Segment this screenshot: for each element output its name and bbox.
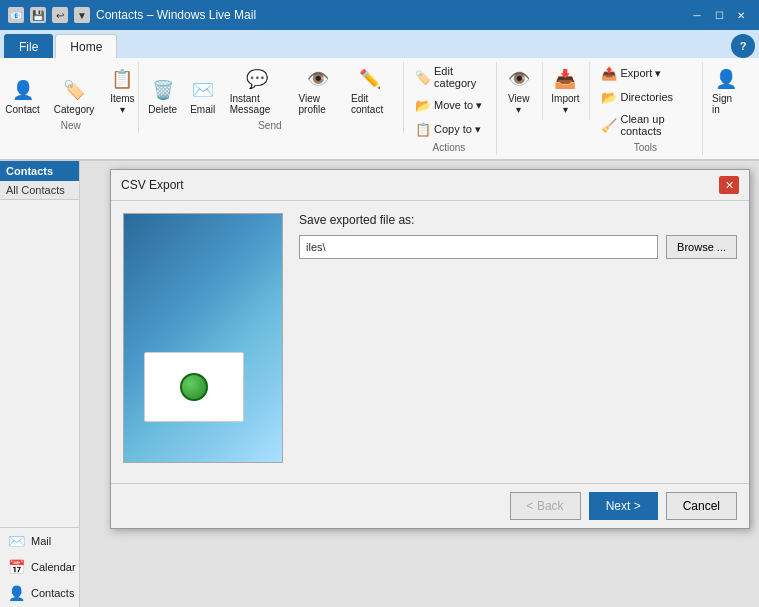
- ribbon-group-signin: 👤 Sign in: [705, 62, 751, 120]
- ribbon-group-send: 🗑️ Delete ✉️ Email 💬 Instant Message 👁️ …: [141, 62, 404, 133]
- ribbon-new-buttons: 👤 Contact 🏷️ Category 📋 Items ▾: [0, 62, 141, 118]
- sidebar-calendar-label: Calendar: [31, 561, 76, 573]
- ribbon-group-actions: 🏷️ Edit category 📂 Move to ▾ 📋 Copy to ▾…: [406, 62, 497, 155]
- cleanup-icon: 🧹: [601, 117, 617, 133]
- view-profile-button[interactable]: 👁️ View profile: [293, 62, 341, 118]
- view-button[interactable]: 👁️ View ▾: [500, 62, 538, 118]
- export-icon: 📤: [601, 65, 617, 81]
- edit-contact-icon: ✏️: [356, 65, 384, 93]
- cleanup-button[interactable]: 🧹 Clean up contacts: [596, 110, 694, 140]
- instant-message-button[interactable]: 💬 Instant Message: [225, 62, 290, 118]
- tools-group-label: Tools: [634, 142, 657, 153]
- cancel-button[interactable]: Cancel: [666, 492, 737, 520]
- window-title: Contacts – Windows Live Mail: [96, 8, 256, 22]
- calendar-icon: 📅: [8, 559, 25, 575]
- file-field-row: Browse ...: [299, 235, 737, 259]
- ribbon-group-view: 👁️ View ▾: [499, 62, 544, 120]
- dialog-title: CSV Export: [121, 178, 184, 192]
- dialog-title-bar: CSV Export ✕: [111, 170, 749, 201]
- contact-icon: 👤: [9, 76, 37, 104]
- edit-category-icon: 🏷️: [415, 69, 431, 85]
- window-controls[interactable]: ─ ☐ ✕: [687, 7, 751, 23]
- ribbon-group-import: 📥 Import ▾: [545, 62, 590, 120]
- close-button[interactable]: ✕: [731, 7, 751, 23]
- sidebar-item-contacts[interactable]: 👤 Contacts: [0, 580, 79, 606]
- ribbon-body: 👤 Contact 🏷️ Category 📋 Items ▾ New 🗑️: [0, 58, 759, 160]
- items-button[interactable]: 📋 Items ▾: [103, 62, 141, 118]
- sidebar-contacts-label: Contacts: [31, 587, 74, 599]
- signin-button[interactable]: 👤 Sign in: [707, 62, 745, 118]
- edit-contact-button[interactable]: ✏️ Edit contact: [346, 62, 395, 118]
- ribbon-send-buttons: 🗑️ Delete ✉️ Email 💬 Instant Message 👁️ …: [145, 62, 395, 118]
- dialog-image: [123, 213, 283, 463]
- send-group-label: Send: [258, 120, 281, 131]
- move-to-button[interactable]: 📂 Move to ▾: [410, 94, 488, 116]
- sidebar-item-mail[interactable]: ✉️ Mail: [0, 528, 79, 554]
- app-body: Contacts All Contacts ✉️ Mail 📅 Calendar…: [0, 161, 759, 607]
- csv-export-dialog: CSV Export ✕ Save exported file as:: [110, 169, 750, 529]
- dialog-image-card: [144, 352, 244, 422]
- instant-message-icon: 💬: [243, 65, 271, 93]
- email-icon: ✉️: [189, 76, 217, 104]
- next-button[interactable]: Next >: [589, 492, 658, 520]
- file-label: Save exported file as:: [299, 213, 737, 227]
- copy-to-icon: 📋: [415, 121, 431, 137]
- contacts-icon: 👤: [8, 585, 25, 601]
- view-icon: 👁️: [505, 65, 533, 93]
- sidebar-mail-label: Mail: [31, 535, 51, 547]
- title-bar: 📧 💾 ↩ ▼ Contacts – Windows Live Mail ─ ☐…: [0, 0, 759, 30]
- sidebar-subtitle: All Contacts: [0, 181, 79, 200]
- dialog-right: Save exported file as: Browse ...: [299, 213, 737, 471]
- edit-category-button[interactable]: 🏷️ Edit category: [410, 62, 488, 92]
- ribbon-actions-col: 🏷️ Edit category 📂 Move to ▾ 📋 Copy to ▾: [410, 62, 488, 140]
- ribbon-tabs: File Home ?: [0, 30, 759, 58]
- move-to-icon: 📂: [415, 97, 431, 113]
- quick-access-icon[interactable]: ▼: [74, 7, 90, 23]
- tab-file[interactable]: File: [4, 34, 53, 58]
- delete-icon: 🗑️: [149, 76, 177, 104]
- dialog-close-button[interactable]: ✕: [719, 176, 739, 194]
- dialog-overlay: CSV Export ✕ Save exported file as:: [80, 161, 759, 607]
- sidebar-title: Contacts: [0, 161, 79, 181]
- directories-icon: 📂: [601, 89, 617, 105]
- title-bar-left: 📧 💾 ↩ ▼ Contacts – Windows Live Mail: [8, 7, 256, 23]
- view-profile-icon: 👁️: [304, 65, 332, 93]
- undo-icon[interactable]: ↩: [52, 7, 68, 23]
- browse-button[interactable]: Browse ...: [666, 235, 737, 259]
- category-button[interactable]: 🏷️ Category: [49, 73, 100, 118]
- ribbon-tools-col: 📤 Export ▾ 📂 Directories 🧹 Clean up cont…: [596, 62, 694, 140]
- sidebar-item-calendar[interactable]: 📅 Calendar: [0, 554, 79, 580]
- dialog-footer: < Back Next > Cancel: [111, 483, 749, 528]
- maximize-button[interactable]: ☐: [709, 7, 729, 23]
- new-group-label: New: [61, 120, 81, 131]
- save-icon[interactable]: 💾: [30, 7, 46, 23]
- tab-home[interactable]: Home: [55, 34, 117, 58]
- actions-group-label: Actions: [433, 142, 466, 153]
- import-button[interactable]: 📥 Import ▾: [546, 62, 584, 118]
- help-button[interactable]: ?: [731, 34, 755, 58]
- items-icon: 📋: [108, 65, 136, 93]
- file-path-input[interactable]: [299, 235, 658, 259]
- export-button[interactable]: 📤 Export ▾: [596, 62, 694, 84]
- ribbon-group-new: 👤 Contact 🏷️ Category 📋 Items ▾ New: [8, 62, 139, 133]
- back-button[interactable]: < Back: [510, 492, 581, 520]
- category-icon: 🏷️: [60, 76, 88, 104]
- ribbon-group-tools: 📤 Export ▾ 📂 Directories 🧹 Clean up cont…: [592, 62, 703, 155]
- sidebar: Contacts All Contacts ✉️ Mail 📅 Calendar…: [0, 161, 80, 607]
- copy-to-button[interactable]: 📋 Copy to ▾: [410, 118, 488, 140]
- main-content: CSV Export ✕ Save exported file as:: [80, 161, 759, 607]
- mail-icon: ✉️: [8, 533, 25, 549]
- minimize-button[interactable]: ─: [687, 7, 707, 23]
- delete-button[interactable]: 🗑️ Delete: [145, 73, 181, 118]
- sidebar-nav: ✉️ Mail 📅 Calendar 👤 Contacts 📡 Feeds 📰 …: [0, 527, 79, 607]
- email-button[interactable]: ✉️ Email: [185, 73, 221, 118]
- import-icon: 📥: [551, 65, 579, 93]
- ribbon: File Home ? 👤 Contact 🏷️ Category 📋 Item…: [0, 30, 759, 161]
- signin-icon: 👤: [712, 65, 740, 93]
- dialog-globe-icon: [180, 373, 208, 401]
- dialog-body: Save exported file as: Browse ...: [111, 201, 749, 483]
- app-icon: 📧: [8, 7, 24, 23]
- directories-button[interactable]: 📂 Directories: [596, 86, 694, 108]
- contact-button[interactable]: 👤 Contact: [0, 73, 44, 118]
